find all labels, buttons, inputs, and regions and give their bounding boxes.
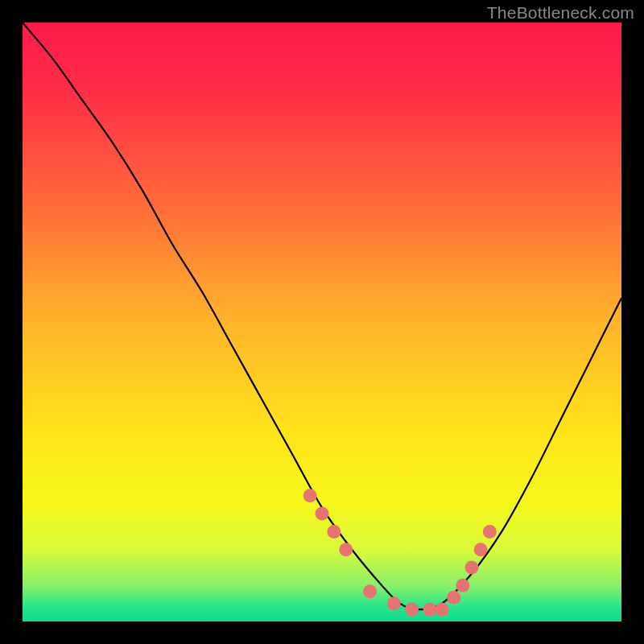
chart-area xyxy=(23,23,621,621)
chart-background-gradient xyxy=(23,23,621,621)
svg-rect-0 xyxy=(23,23,621,621)
watermark-text: TheBottleneck.com xyxy=(487,3,634,23)
